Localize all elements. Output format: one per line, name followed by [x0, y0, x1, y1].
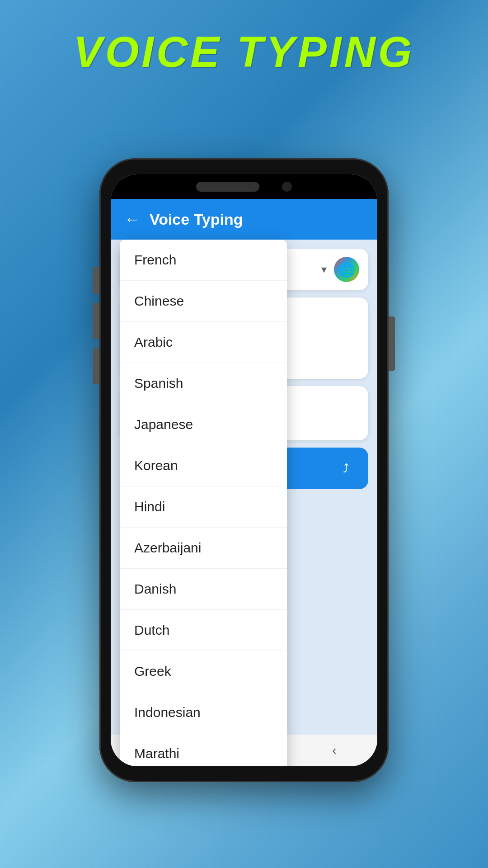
nav-back-button[interactable]: ‹ — [332, 743, 336, 758]
side-button-power — [389, 316, 395, 371]
language-option[interactable]: Chinese — [120, 281, 287, 322]
phone-mockup: ← Voice Typing Hindi ▾ 🌐 हेलो व.. — [99, 158, 389, 782]
phone-screen: ← Voice Typing Hindi ▾ 🌐 हेलो व.. — [111, 174, 377, 766]
language-option[interactable]: French — [120, 240, 287, 281]
app-content: Hindi ▾ 🌐 हेलो व... 📋 ⤴ — [111, 240, 377, 766]
language-option[interactable]: Indonesian — [120, 692, 287, 733]
language-option[interactable]: Dutch — [120, 610, 287, 651]
notch-bar — [111, 174, 377, 199]
side-button-volume-silent — [93, 267, 99, 294]
notch-pill — [196, 182, 259, 192]
globe-icon[interactable]: 🌐 — [334, 257, 359, 282]
language-option[interactable]: Marathi — [120, 733, 287, 766]
camera — [282, 182, 292, 192]
language-option[interactable]: Danish — [120, 569, 287, 610]
page-title: VOICE TYPING — [0, 27, 488, 77]
side-button-volume-up — [93, 303, 99, 339]
share-icon: ⤴ — [343, 462, 349, 476]
language-option[interactable]: Spanish — [120, 363, 287, 404]
side-button-volume-down — [93, 348, 99, 384]
header-title: Voice Typing — [150, 211, 243, 228]
language-dropdown[interactable]: FrenchChineseArabicSpanishJapaneseKorean… — [120, 240, 287, 766]
language-option[interactable]: Hindi — [120, 486, 287, 528]
share-button[interactable]: ⤴ — [332, 455, 359, 482]
language-option[interactable]: Korean — [120, 445, 287, 486]
language-option[interactable]: Greek — [120, 651, 287, 692]
language-option[interactable]: Azerbaijani — [120, 528, 287, 569]
back-button[interactable]: ← — [124, 210, 141, 229]
app-header: ← Voice Typing — [111, 199, 377, 240]
language-option[interactable]: Arabic — [120, 322, 287, 363]
dropdown-arrow-icon[interactable]: ▾ — [321, 263, 327, 276]
language-option[interactable]: Japanese — [120, 404, 287, 445]
